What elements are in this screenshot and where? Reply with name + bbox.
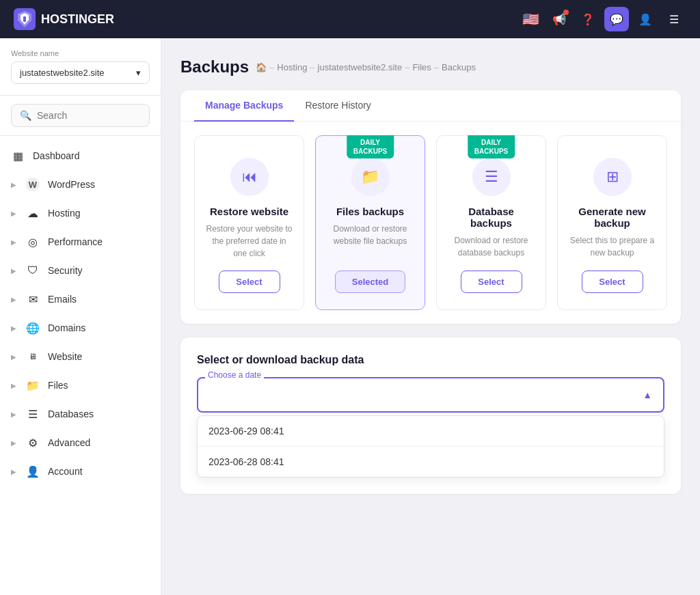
sidebar-item-files[interactable]: ▶ 📁 Files	[0, 371, 161, 400]
help-button[interactable]: ❓	[576, 7, 600, 31]
db-card-title: Database backups	[448, 206, 535, 229]
download-section: Select or download backup data Choose a …	[180, 337, 681, 494]
sidebar-item-performance[interactable]: ▶ ◎ Performance	[0, 227, 161, 256]
emails-icon: ✉	[26, 292, 40, 306]
breadcrumb-site: justatestwebsite2.site	[318, 62, 403, 72]
sidebar-item-domains[interactable]: ▶ 🌐 Domains	[0, 314, 161, 342]
sidebar-item-databases[interactable]: ▶ ☰ Databases	[0, 400, 161, 428]
databases-icon: ☰	[26, 407, 40, 421]
website-name: justatestwebsite2.site	[20, 68, 105, 78]
expand-arrow-icon: ▶	[11, 411, 16, 418]
sidebar-item-dashboard[interactable]: ▦ Dashboard	[0, 141, 161, 170]
date-option-2[interactable]: 2023-06-28 08:41	[198, 447, 664, 477]
sidebar-item-advanced[interactable]: ▶ ⚙ Advanced	[0, 428, 161, 457]
search-icon: 🔍	[20, 110, 31, 121]
db-select-button[interactable]: Select	[461, 271, 522, 293]
sidebar-item-account[interactable]: ▶ 👤 Account	[0, 457, 161, 486]
notifications-button[interactable]: 📢	[547, 7, 571, 31]
restore-icon-wrap: ⏮	[230, 158, 269, 196]
sidebar-item-label: WordPress	[48, 179, 95, 190]
website-dropdown[interactable]: justatestwebsite2.site ▾	[11, 61, 150, 84]
breadcrumb-home-icon: 🏠	[256, 62, 267, 72]
db-icon-wrap: ☰	[472, 158, 511, 196]
tab-manage-backups[interactable]: Manage Backups	[194, 90, 294, 122]
sidebar-item-label: Performance	[48, 236, 103, 247]
sidebar-item-wordpress[interactable]: ▶ W WordPress	[0, 170, 161, 199]
breadcrumb-backups: Backups	[442, 62, 476, 72]
files-card-icon: 📁	[361, 168, 379, 186]
sidebar: Website name justatestwebsite2.site ▾ 🔍 …	[0, 38, 161, 595]
sidebar-item-label: Emails	[48, 294, 77, 305]
account-icon: 👤	[26, 465, 40, 478]
sidebar-item-website[interactable]: ▶ 🖥 Website	[0, 342, 161, 371]
sidebar-nav: ▦ Dashboard ▶ W WordPress ▶ ☁ Hosting ▶ …	[0, 136, 161, 595]
breadcrumb-hosting: Hosting	[277, 62, 307, 72]
notification-badge	[563, 10, 569, 15]
files-icon-wrap: 📁	[351, 158, 390, 196]
chevron-down-icon: ▾	[136, 68, 141, 78]
sidebar-item-security[interactable]: ▶ 🛡 Security	[0, 256, 161, 285]
expand-arrow-icon: ▶	[11, 296, 16, 303]
search-input[interactable]	[37, 110, 141, 121]
sidebar-item-label: Dashboard	[33, 150, 80, 161]
date-dropdown[interactable]: ▲	[197, 377, 664, 413]
website-icon: 🖥	[26, 350, 40, 363]
generate-card-icon: ⊞	[606, 168, 619, 186]
top-navigation: HOSTINGER 🇺🇸 📢 ❓ 💬 👤 ☰	[0, 0, 700, 38]
sidebar-item-label: Hosting	[48, 208, 80, 219]
generate-select-button[interactable]: Select	[582, 271, 643, 293]
expand-arrow-icon: ▶	[11, 267, 16, 275]
breadcrumb: 🏠 – Hosting – justatestwebsite2.site – F…	[256, 62, 476, 72]
generate-card-desc: Select this to prepare a new backup	[569, 234, 656, 260]
sidebar-item-label: Website	[48, 351, 82, 362]
files-selected-button[interactable]: Selected	[335, 271, 405, 293]
page-header: Backups 🏠 – Hosting – justatestwebsite2.…	[180, 57, 681, 77]
hostinger-logo-icon	[14, 8, 36, 30]
search-box: 🔍	[0, 96, 161, 136]
backup-cards-grid: ⏮ Restore website Restore your website t…	[180, 122, 681, 324]
files-icon: 📁	[26, 378, 40, 392]
backup-card-generate: ⊞ Generate new backup Select this to pre…	[557, 135, 667, 310]
tabs: Manage Backups Restore History	[180, 90, 681, 122]
sidebar-item-label: Domains	[48, 322, 85, 333]
restore-icon: ⏮	[242, 168, 257, 186]
download-title: Select or download backup data	[197, 354, 664, 366]
restore-select-button[interactable]: Select	[219, 271, 280, 293]
db-daily-badge: DAILYBACKUPS	[468, 135, 515, 158]
generate-icon-wrap: ⊞	[593, 158, 632, 196]
restore-card-title: Restore website	[210, 206, 288, 217]
chat-button[interactable]: 💬	[604, 7, 629, 31]
backup-panel: Manage Backups Restore History ⏮ Restore…	[180, 90, 681, 324]
sidebar-item-emails[interactable]: ▶ ✉ Emails	[0, 285, 161, 314]
account-button[interactable]: 👤	[633, 7, 658, 31]
search-input-wrap: 🔍	[11, 104, 150, 127]
svg-rect-3	[23, 16, 26, 22]
sidebar-item-label: Advanced	[48, 437, 90, 448]
hosting-icon: ☁	[26, 206, 40, 220]
backup-card-files: DAILYBACKUPS 📁 Files backups Download or…	[315, 135, 425, 310]
db-card-icon: ☰	[485, 168, 498, 186]
expand-arrow-icon: ▶	[11, 210, 16, 217]
sidebar-item-label: Databases	[48, 409, 94, 419]
wordpress-icon: W	[26, 178, 40, 191]
page-title: Backups	[180, 57, 249, 77]
dashboard-icon: ▦	[11, 149, 25, 163]
date-dropdown-list: 2023-06-29 08:41 2023-06-28 08:41	[197, 415, 664, 478]
security-icon: 🛡	[26, 264, 40, 277]
chevron-up-icon: ▲	[643, 389, 652, 400]
date-option-1[interactable]: 2023-06-29 08:41	[198, 416, 664, 447]
files-daily-badge: DAILYBACKUPS	[347, 135, 394, 158]
files-card-desc: Download or restore website file backups	[327, 223, 414, 260]
sidebar-item-hosting[interactable]: ▶ ☁ Hosting	[0, 199, 161, 227]
generate-card-title: Generate new backup	[569, 206, 656, 229]
sidebar-item-label: Account	[48, 466, 83, 477]
files-card-title: Files backups	[336, 206, 404, 217]
logo-text: HOSTINGER	[41, 12, 114, 27]
expand-arrow-icon: ▶	[11, 238, 16, 246]
menu-button[interactable]: ☰	[662, 7, 686, 31]
flag-button[interactable]: 🇺🇸	[518, 7, 543, 31]
breadcrumb-files: Files	[412, 62, 431, 72]
date-dropdown-label: Choose a date	[205, 370, 264, 380]
tab-restore-history[interactable]: Restore History	[294, 90, 381, 122]
backup-card-restore: ⏮ Restore website Restore your website t…	[194, 135, 304, 310]
